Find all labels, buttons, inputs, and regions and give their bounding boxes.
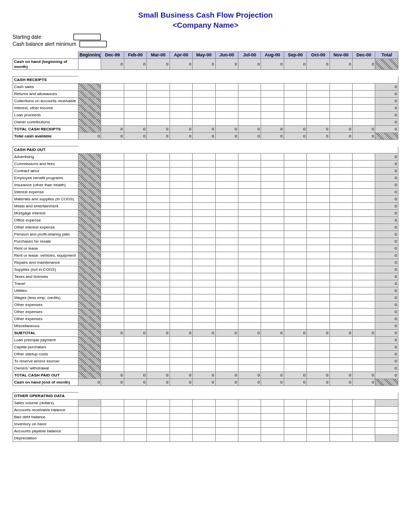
cell[interactable]	[147, 189, 170, 196]
cell[interactable]	[124, 245, 146, 252]
cell[interactable]	[193, 294, 215, 301]
cell[interactable]	[101, 266, 124, 273]
cell[interactable]	[284, 337, 306, 344]
cell[interactable]	[261, 224, 284, 231]
cell[interactable]	[101, 161, 124, 168]
cell[interactable]	[353, 414, 375, 421]
cell[interactable]	[124, 224, 146, 231]
cell[interactable]	[215, 435, 238, 442]
cell[interactable]	[193, 161, 215, 168]
cell[interactable]	[147, 238, 170, 245]
cell[interactable]	[238, 84, 261, 91]
cell[interactable]	[101, 414, 124, 421]
cell[interactable]	[353, 84, 375, 91]
cell[interactable]	[307, 210, 330, 217]
cell[interactable]	[238, 351, 261, 358]
cell[interactable]	[193, 245, 215, 252]
cell[interactable]	[193, 252, 215, 259]
cell[interactable]	[215, 84, 238, 91]
cell[interactable]	[215, 196, 238, 203]
cell[interactable]	[353, 105, 375, 112]
cell[interactable]	[353, 337, 375, 344]
cell[interactable]	[170, 224, 192, 231]
cell[interactable]	[170, 358, 192, 365]
cell[interactable]	[170, 273, 192, 280]
cell[interactable]	[147, 301, 170, 309]
cell[interactable]	[330, 98, 352, 105]
cell[interactable]	[284, 301, 306, 309]
cell[interactable]	[101, 400, 124, 407]
cell[interactable]	[78, 428, 101, 435]
cell[interactable]	[353, 301, 375, 309]
cell[interactable]	[101, 210, 124, 217]
cell[interactable]	[330, 231, 352, 238]
cell[interactable]	[170, 337, 192, 344]
cell[interactable]	[170, 154, 192, 161]
cell[interactable]	[193, 435, 215, 442]
cell[interactable]	[353, 196, 375, 203]
cell[interactable]	[147, 337, 170, 344]
cell[interactable]	[147, 245, 170, 252]
cell[interactable]	[170, 196, 192, 203]
cell[interactable]	[261, 245, 284, 252]
cell[interactable]	[261, 280, 284, 287]
cell[interactable]	[193, 203, 215, 210]
cell[interactable]	[170, 91, 192, 98]
cell[interactable]	[101, 224, 124, 231]
cell[interactable]	[101, 351, 124, 358]
cell[interactable]	[261, 273, 284, 280]
cell[interactable]	[307, 309, 330, 316]
cell[interactable]	[124, 351, 146, 358]
cell[interactable]	[238, 238, 261, 245]
cell[interactable]	[238, 245, 261, 252]
cell[interactable]	[261, 400, 284, 407]
cell[interactable]	[193, 105, 215, 112]
cell[interactable]	[375, 421, 398, 428]
cell[interactable]	[307, 119, 330, 126]
cell[interactable]	[261, 407, 284, 414]
cell[interactable]	[124, 196, 146, 203]
cell[interactable]	[215, 407, 238, 414]
cell[interactable]	[124, 414, 146, 421]
cell[interactable]	[170, 365, 192, 372]
cell[interactable]	[353, 182, 375, 189]
cell[interactable]	[193, 154, 215, 161]
cell[interactable]	[330, 435, 352, 442]
cell[interactable]	[330, 407, 352, 414]
cell[interactable]	[353, 428, 375, 435]
cell[interactable]	[193, 112, 215, 119]
cell[interactable]	[307, 245, 330, 252]
cell[interactable]	[170, 280, 192, 287]
cell[interactable]	[215, 224, 238, 231]
cell[interactable]	[170, 435, 192, 442]
cell[interactable]	[101, 112, 124, 119]
cell[interactable]	[261, 337, 284, 344]
cell[interactable]	[353, 259, 375, 266]
cell[interactable]	[353, 154, 375, 161]
cell[interactable]	[238, 414, 261, 421]
cell[interactable]	[284, 217, 306, 224]
cell[interactable]	[330, 105, 352, 112]
cell[interactable]	[261, 358, 284, 365]
cell[interactable]	[124, 154, 146, 161]
cell[interactable]	[238, 407, 261, 414]
cell[interactable]	[307, 351, 330, 358]
cell[interactable]	[261, 365, 284, 372]
cell[interactable]	[101, 309, 124, 316]
cell[interactable]	[284, 91, 306, 98]
cell[interactable]	[238, 182, 261, 189]
cell[interactable]	[215, 238, 238, 245]
cell[interactable]	[215, 245, 238, 252]
cell[interactable]	[147, 421, 170, 428]
cell[interactable]	[193, 428, 215, 435]
cell[interactable]	[261, 203, 284, 210]
cell[interactable]	[238, 203, 261, 210]
cell[interactable]	[284, 238, 306, 245]
cell[interactable]	[353, 287, 375, 294]
cell[interactable]	[307, 224, 330, 231]
cell[interactable]	[101, 421, 124, 428]
cell[interactable]	[101, 316, 124, 323]
cell[interactable]	[330, 112, 352, 119]
cell[interactable]	[353, 224, 375, 231]
cell[interactable]	[193, 119, 215, 126]
